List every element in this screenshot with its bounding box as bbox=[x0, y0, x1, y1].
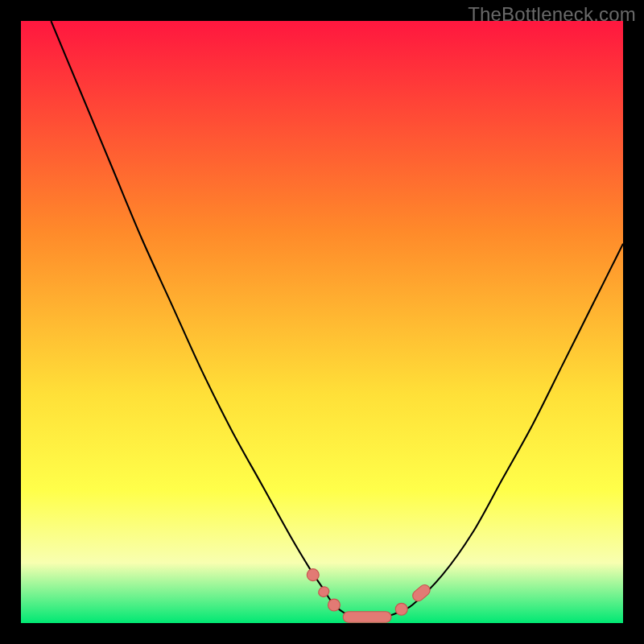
plot-area bbox=[21, 21, 623, 623]
chart-svg bbox=[21, 21, 623, 623]
data-marker bbox=[395, 603, 407, 615]
watermark-text: TheBottleneck.com bbox=[468, 3, 636, 26]
chart-frame: TheBottleneck.com bbox=[0, 0, 644, 644]
gradient-background bbox=[21, 21, 623, 623]
data-marker bbox=[307, 569, 319, 581]
data-marker bbox=[328, 599, 340, 611]
data-marker bbox=[343, 612, 391, 622]
